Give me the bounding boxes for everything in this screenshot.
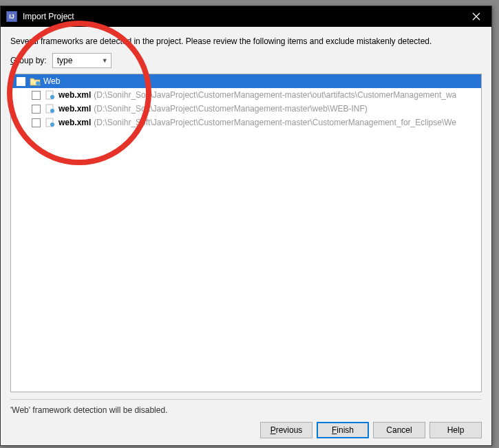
checkbox[interactable]	[32, 105, 41, 114]
button-bar: Previous Finish Cancel Help	[10, 422, 482, 438]
tree-item-label: web.xml	[59, 90, 91, 100]
checkbox[interactable]	[32, 91, 41, 100]
dialog-content: Several frameworks are detected in the p…	[1, 27, 491, 445]
svg-point-2	[50, 95, 54, 99]
svg-point-0	[36, 81, 40, 85]
svg-point-6	[50, 122, 54, 127]
previous-button[interactable]: Previous	[260, 422, 312, 438]
folder-icon	[30, 76, 41, 86]
tree-item-path: (D:\Sonihr_Soft\JavaProject\CustomerMana…	[94, 90, 456, 100]
tree-item[interactable]: web.xml (D:\Sonihr_Soft\JavaProject\Cust…	[11, 116, 481, 129]
groupby-select[interactable]: type ▼	[52, 53, 112, 68]
xml-file-icon	[45, 90, 56, 100]
titlebar: IJ Import Project	[1, 6, 491, 27]
framework-tree: Web web.xml (D:\Sonihr_Soft\JavaProject\…	[10, 74, 482, 392]
xml-file-icon	[45, 118, 56, 127]
tree-root-web[interactable]: Web	[11, 74, 481, 88]
tree-item[interactable]: web.xml (D:\Sonihr_Soft\JavaProject\Cust…	[11, 102, 481, 116]
groupby-row: Group by: type ▼	[10, 53, 482, 68]
checkbox[interactable]	[17, 77, 25, 86]
close-icon	[472, 12, 480, 21]
xml-file-icon	[45, 104, 56, 114]
tree-item-label: web.xml	[59, 118, 91, 127]
dialog-window: IJ Import Project Several frameworks are…	[0, 6, 492, 446]
groupby-label: Group by:	[10, 56, 47, 65]
tree-root-label: Web	[43, 76, 60, 86]
svg-point-4	[50, 109, 54, 113]
intro-text: Several frameworks are detected in the p…	[10, 36, 482, 46]
tree-item-path: (D:\Sonihr_Soft\JavaProject\CustomerMana…	[94, 118, 456, 127]
help-button[interactable]: Help	[429, 422, 482, 438]
tree-item-label: web.xml	[59, 104, 91, 114]
checkbox[interactable]	[32, 118, 41, 127]
chevron-down-icon: ▼	[102, 57, 108, 64]
status-text: 'Web' framework detection will be disabl…	[10, 405, 482, 415]
groupby-value: type	[57, 56, 73, 65]
finish-button[interactable]: Finish	[317, 422, 369, 438]
app-icon: IJ	[6, 11, 17, 22]
cancel-button[interactable]: Cancel	[373, 422, 425, 438]
window-title: Import Project	[23, 12, 74, 21]
tree-item-path: (D:\Sonihr_Soft\JavaProject\CustomerMana…	[94, 104, 367, 114]
close-button[interactable]	[460, 6, 491, 27]
tree-item[interactable]: web.xml (D:\Sonihr_Soft\JavaProject\Cust…	[11, 88, 481, 102]
divider	[10, 399, 482, 400]
